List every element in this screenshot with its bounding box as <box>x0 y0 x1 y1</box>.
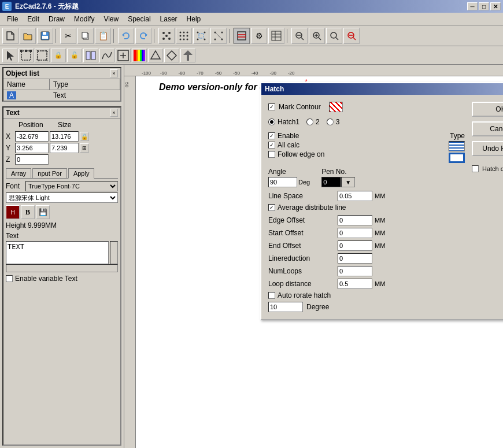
select-all-btn[interactable] <box>116 49 131 62</box>
text-panel-close[interactable]: × <box>110 109 118 117</box>
object-list-close[interactable]: × <box>110 69 118 77</box>
loop-distance-input[interactable] <box>338 279 372 289</box>
shape1-btn[interactable] <box>148 49 163 62</box>
maximize-btn[interactable]: □ <box>479 2 489 10</box>
open-btn[interactable] <box>20 28 36 44</box>
enable-checkbox[interactable] <box>268 132 275 139</box>
unlock-btn[interactable]: 🔓 <box>67 49 82 62</box>
hatch-one-checkbox[interactable] <box>472 165 479 172</box>
export-btn[interactable] <box>180 49 195 62</box>
y-pos-input[interactable] <box>15 143 49 153</box>
x-pos-input[interactable] <box>15 131 49 142</box>
numloops-input[interactable] <box>338 266 372 276</box>
undo-btn[interactable] <box>118 28 134 44</box>
hatch1-radio[interactable] <box>268 119 275 125</box>
lock-icon[interactable]: 🔒 <box>80 132 89 141</box>
menu-edit[interactable]: Edit <box>23 14 44 24</box>
z-pos-input[interactable] <box>15 154 49 165</box>
redo-btn[interactable] <box>135 28 151 44</box>
start-offset-input[interactable] <box>338 228 372 238</box>
select-rect-btn[interactable] <box>19 49 34 62</box>
shape2-btn[interactable] <box>164 49 179 62</box>
pen-input[interactable] <box>321 177 341 187</box>
undo-hatch-button[interactable]: Undo Hatch <box>472 141 503 156</box>
avg-checkbox[interactable] <box>268 204 275 211</box>
enable-variable-checkbox[interactable] <box>6 275 13 282</box>
line-space-row: Line Space MM <box>268 191 465 201</box>
hatch-radio-row: Hatch1 2 3 <box>268 118 465 126</box>
zoom-fit-btn[interactable] <box>326 28 342 44</box>
bold-btn[interactable]: B <box>21 205 35 219</box>
menu-draw[interactable]: Draw <box>44 14 69 24</box>
zoom-in-btn[interactable] <box>309 28 325 44</box>
text-vscroll[interactable] <box>110 241 118 264</box>
line-space-unit: MM <box>375 192 385 199</box>
new-btn[interactable] <box>2 28 19 44</box>
text-input[interactable]: TEXT <box>6 241 109 264</box>
menu-file[interactable]: File <box>2 14 23 24</box>
degree-input[interactable] <box>268 302 303 312</box>
rotate-btn[interactable] <box>35 49 50 62</box>
menu-view[interactable]: View <box>99 14 123 24</box>
svg-rect-69 <box>138 50 140 61</box>
type-icon-solid[interactable] <box>449 141 465 151</box>
mirror-btn[interactable] <box>83 49 98 62</box>
tab-input-port[interactable]: nput Por <box>32 168 67 178</box>
mark-contour-checkbox[interactable] <box>268 103 275 110</box>
transform-btn[interactable] <box>193 28 209 44</box>
close-btn[interactable]: ✕ <box>490 2 501 10</box>
enable-variable-row: Enable variable Text <box>6 275 118 283</box>
line-space-input[interactable] <box>338 191 372 201</box>
hatch2-radio[interactable] <box>306 119 313 125</box>
app-icon: E <box>2 2 12 11</box>
all-calc-checkbox[interactable] <box>268 142 275 149</box>
menu-laser[interactable]: Laser <box>156 14 182 24</box>
paste-btn[interactable]: 📋 <box>95 28 111 44</box>
type-icon-outline[interactable] <box>449 153 465 163</box>
hatch-icon-btn[interactable]: H <box>6 205 20 219</box>
hatch-btn[interactable] <box>234 28 250 44</box>
align-btn[interactable] <box>210 28 227 44</box>
curve-btn[interactable] <box>99 49 114 62</box>
tab-array[interactable]: Array <box>6 168 31 178</box>
zoom-out-btn[interactable] <box>291 28 308 44</box>
zoom-out2-btn[interactable] <box>343 28 360 44</box>
menu-special[interactable]: Special <box>123 14 155 24</box>
font-name-select[interactable]: 思源宋体 Light <box>6 192 118 203</box>
pen-dropdown[interactable]: ▼ <box>341 177 355 187</box>
settings-btn[interactable]: ⚙ <box>251 28 267 44</box>
auto-hatch-checkbox[interactable] <box>268 292 275 299</box>
table-btn[interactable] <box>268 28 284 44</box>
ok-button[interactable]: OK <box>472 102 503 117</box>
select-btn[interactable] <box>2 49 17 62</box>
save-text-btn[interactable]: 💾 <box>36 205 50 219</box>
cut-btn[interactable]: ✂ <box>60 28 76 44</box>
follow-edge-checkbox[interactable] <box>268 151 275 158</box>
hatch-dialog: Hatch × Mark Contour <box>260 82 503 320</box>
node-btn[interactable] <box>158 28 175 44</box>
grid-btn[interactable] <box>176 28 192 44</box>
font-type-select[interactable]: TrueType Font-7C <box>25 181 118 191</box>
y-size-input[interactable] <box>50 143 79 153</box>
cancel-button[interactable]: Cancel <box>472 121 503 136</box>
menu-modify[interactable]: Modify <box>69 14 99 24</box>
minimize-btn[interactable]: ─ <box>467 2 478 10</box>
end-offset-input[interactable] <box>338 240 372 251</box>
lock-btn[interactable]: 🔒 <box>51 49 66 62</box>
object-row[interactable]: A Text <box>3 90 120 101</box>
grid-icon[interactable]: ⊞ <box>80 143 89 153</box>
penno-input-row: ▼ <box>321 177 355 187</box>
menu-help[interactable]: Help <box>182 14 206 24</box>
tab-apply[interactable]: Apply <box>68 168 95 179</box>
save-btn[interactable] <box>37 28 53 44</box>
hatch3-radio[interactable] <box>327 119 334 125</box>
edge-offset-input[interactable] <box>338 215 372 225</box>
enable-type-row: Enable All calc Follow edge on <box>268 132 465 163</box>
angle-input[interactable] <box>268 177 297 187</box>
text-hscroll[interactable] <box>6 264 118 272</box>
linereduction-input[interactable] <box>338 253 372 264</box>
svg-point-21 <box>183 38 185 40</box>
copy-btn[interactable] <box>77 28 94 44</box>
rainbow-btn[interactable] <box>132 49 147 62</box>
x-size-input[interactable] <box>50 131 79 142</box>
